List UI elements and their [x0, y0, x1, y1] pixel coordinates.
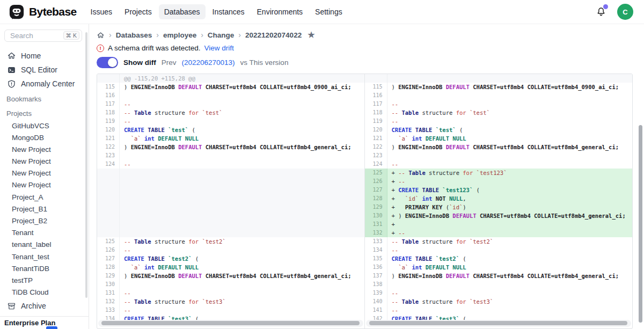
- diff-line-added: 125+ -- Table structure for `test123`: [365, 169, 633, 177]
- brand[interactable]: Bytebase: [9, 4, 77, 20]
- notifications-button[interactable]: [596, 6, 606, 18]
- code-text: [120, 280, 364, 289]
- code-text: --: [387, 117, 633, 126]
- show-diff-toggle[interactable]: [97, 57, 118, 68]
- sidebar-item-archive[interactable]: Archive: [0, 298, 89, 313]
- diff-line: 117--: [365, 100, 633, 108]
- sidebar-project-3-new-project[interactable]: New Project: [0, 156, 89, 167]
- top-navbar: Bytebase IssuesProjectsDatabasesInstance…: [0, 0, 644, 24]
- code-text: + CREATE TABLE `test123` (: [387, 186, 633, 194]
- diff-filler-line: [97, 194, 364, 203]
- code-text: --: [120, 289, 364, 297]
- diff-line: 116: [97, 91, 364, 100]
- sidebar-scrollbar[interactable]: [85, 32, 87, 298]
- search-input[interactable]: [9, 31, 63, 40]
- sidebar-project-6-project-a[interactable]: Project_A: [0, 192, 89, 203]
- sidebar-project-2-new-project[interactable]: New Project: [0, 144, 89, 156]
- diff-line: 132-- Table structure for `test3`: [97, 297, 364, 306]
- sidebar-project-5-new-project[interactable]: New Project: [0, 179, 89, 191]
- diff-line: 128 `a` int DEFAULT NULL: [97, 263, 364, 272]
- help-widget-sliver[interactable]: [46, 326, 57, 329]
- line-number: 127: [97, 254, 120, 263]
- diff-pane-right: 115) ENGINE=InnoDB DEFAULT CHARSET=utf8m…: [365, 74, 633, 328]
- nav-item-environments[interactable]: Environments: [252, 4, 309, 19]
- nav-item-instances[interactable]: Instances: [207, 4, 250, 19]
- notification-badge: [603, 4, 608, 9]
- breadcrumb-item-database[interactable]: employee: [163, 31, 196, 39]
- line-number: 141: [365, 306, 387, 315]
- sidebar-project-4-new-project[interactable]: New Project: [0, 167, 89, 179]
- breadcrumb-item-change[interactable]: Change: [208, 31, 235, 39]
- horizontal-scrollbar-left[interactable]: [101, 321, 360, 325]
- nav-item-databases[interactable]: Databases: [159, 4, 206, 19]
- breadcrumb-item-databases[interactable]: Databases: [116, 31, 152, 39]
- code-text: [387, 74, 633, 83]
- diff-line: 138: [365, 280, 633, 289]
- window-scrollbar[interactable]: [639, 125, 642, 323]
- code-text: [120, 203, 364, 211]
- search-box[interactable]: ⌘ K: [4, 30, 82, 42]
- sidebar-project-11-tenant-test[interactable]: Tenant_test: [0, 251, 89, 263]
- diff-line: 116: [365, 91, 633, 100]
- code-text: + `id` int NOT NULL,: [387, 194, 633, 203]
- sidebar-project-8-project-b2[interactable]: Project_B2: [0, 215, 89, 227]
- line-number: 131: [97, 289, 120, 297]
- sidebar-item-label: Anomaly Center: [21, 79, 75, 88]
- sidebar-project-1-mongodb[interactable]: MongoDB: [0, 132, 89, 144]
- code-text: [387, 280, 633, 289]
- sidebar-project-12-tenanttidb[interactable]: TenantTiDB: [0, 263, 89, 275]
- code-text: -- Table structure for `test2`: [387, 237, 633, 246]
- favorite-star-icon[interactable]: ★: [308, 30, 314, 40]
- diff-toolbar: Show diff Prev (202206270013) vs This ve…: [97, 56, 644, 68]
- view-drift-link[interactable]: View drift: [204, 44, 234, 52]
- line-number: 116: [365, 91, 387, 100]
- chevron-right-icon: ›: [238, 31, 241, 39]
- plan-footer: Enterprise Plan: [0, 316, 89, 329]
- sidebar-item-sql-editor[interactable]: SQL Editor: [0, 63, 89, 77]
- sidebar-project-7-project-b1[interactable]: Project_B1: [0, 203, 89, 215]
- line-number: 138: [365, 280, 387, 289]
- nav-item-settings[interactable]: Settings: [310, 4, 348, 19]
- diff-line: 137) ENGINE=InnoDB DEFAULT CHARSET=utf8m…: [365, 272, 633, 280]
- nav-item-issues[interactable]: Issues: [85, 4, 118, 19]
- drift-alert: ! A schema drift was detected. View drif…: [97, 43, 644, 53]
- sidebar-project-10-tenant-label[interactable]: tenant_label: [0, 239, 89, 251]
- code-text: --: [387, 160, 633, 169]
- sidebar-project-9-tenant[interactable]: Tenant: [0, 227, 89, 239]
- show-diff-label: Show diff: [123, 59, 156, 67]
- chevron-right-icon: ›: [109, 31, 112, 39]
- diff-line-added: 130+ ) ENGINE=InnoDB DEFAULT CHARSET=utf…: [365, 211, 633, 220]
- horizontal-scrollbar-right[interactable]: [369, 321, 627, 325]
- line-number: 132: [365, 229, 387, 237]
- prev-label: Prev: [162, 59, 177, 67]
- line-number: 132: [97, 297, 120, 306]
- line-number: 122: [365, 143, 387, 151]
- sidebar-project-13-testtp[interactable]: testTP: [0, 275, 89, 287]
- line-number: 128: [365, 194, 387, 203]
- nav-item-projects[interactable]: Projects: [119, 4, 157, 19]
- line-number: 121: [97, 134, 120, 143]
- line-number: 128: [97, 263, 120, 272]
- diff-lines-right: 115) ENGINE=InnoDB DEFAULT CHARSET=utf8m…: [365, 74, 633, 323]
- code-text: --: [387, 246, 633, 254]
- sidebar-project-0-githubvcs[interactable]: GitHubVCS: [0, 120, 89, 132]
- line-number: 130: [365, 211, 387, 220]
- line-number: 122: [97, 143, 120, 151]
- projects-section-label: Projects: [0, 106, 89, 120]
- code-text: + --: [387, 229, 633, 237]
- sidebar-project-14-tidb-cloud[interactable]: TiDB Cloud: [0, 287, 89, 298]
- code-text: --: [120, 246, 364, 254]
- code-text: [120, 229, 364, 237]
- sidebar-item-anomaly-center[interactable]: Anomaly Center: [0, 77, 89, 91]
- breadcrumb-home-icon[interactable]: [97, 31, 105, 39]
- breadcrumb-item-version[interactable]: 20221202074022: [245, 31, 302, 39]
- line-number: 120: [97, 126, 120, 134]
- diff-line: 133--: [97, 306, 364, 315]
- user-avatar[interactable]: C: [617, 4, 633, 20]
- sidebar-item-label: SQL Editor: [21, 65, 57, 74]
- code-text: +: [387, 220, 633, 229]
- sidebar-item-home[interactable]: Home: [0, 49, 89, 63]
- diff-line: 140-- Table structure for `test3`: [365, 297, 633, 306]
- prev-version-link[interactable]: (202206270013): [182, 59, 235, 67]
- code-text: [120, 220, 364, 229]
